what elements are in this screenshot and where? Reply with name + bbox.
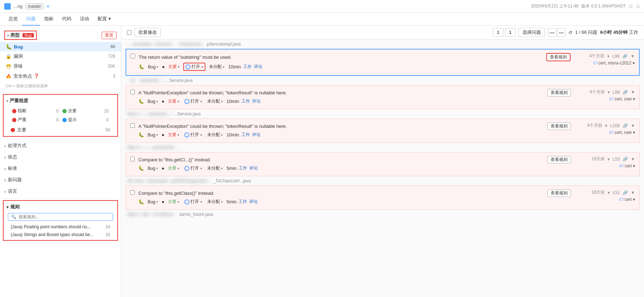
severity-dropdown-4[interactable]: 次要 ▾	[167, 165, 181, 172]
filter-item-bug[interactable]: 🐛 Bug 66	[0, 42, 121, 51]
collapsible-language[interactable]: › 语言	[0, 186, 121, 197]
filter-item-hotspot[interactable]: 🔥 安全热点 ❓ 3	[0, 71, 121, 81]
collapsible-standard[interactable]: › 标准	[0, 163, 121, 174]
severity-dropdown-2[interactable]: 主要 ▾	[167, 98, 181, 105]
assign-dropdown-2[interactable]: 未分配 ▾	[206, 98, 224, 105]
work-link-2[interactable]: 工作	[241, 98, 250, 104]
link-icon-5[interactable]: 🔗	[623, 190, 628, 195]
comment-link-3[interactable]: 评论	[252, 132, 261, 138]
filter-icon-4[interactable]: ▼	[631, 157, 635, 162]
browse-left-button[interactable]: —	[548, 28, 556, 37]
batch-modify-button[interactable]: 批量修改	[134, 28, 161, 37]
severity-blocking[interactable]: 阻断 0	[11, 107, 60, 115]
severity-critical[interactable]: 严重 0	[11, 116, 60, 124]
status-dropdown-3[interactable]: 打开 ▾	[183, 131, 204, 138]
nav-item-issues[interactable]: 问题	[22, 13, 40, 26]
issue-right-3: 4个月前 ▾ L108 🔗 ▼ 🏷 cert, cwe ▾	[571, 123, 635, 135]
tab-icon	[4, 3, 11, 10]
filter-icon-5[interactable]: ▼	[631, 190, 635, 195]
view-rule-button-1[interactable]: 查看规则	[546, 53, 571, 61]
filter-icon-3[interactable]: ▼	[631, 123, 635, 128]
filter-icon-1[interactable]: ▼	[630, 54, 635, 59]
issue-checkbox-4[interactable]	[130, 157, 135, 161]
view-rule-button-2[interactable]: 查看规则	[547, 89, 571, 97]
select-all-checkbox[interactable]	[127, 30, 132, 35]
rule-list-item-1[interactable]: (Java) Floating point numbers should no.…	[8, 223, 113, 231]
status-dropdown-2[interactable]: 打开 ▾	[183, 98, 204, 105]
link-icon-4[interactable]: 🔗	[623, 157, 628, 162]
tags-dropdown-icon-5[interactable]: ▾	[633, 197, 635, 202]
file-path-blurred-2: ...nt/ /authentic.../	[127, 78, 163, 83]
issue-checkbox-5[interactable]	[130, 190, 135, 195]
comment-link-2[interactable]: 评论	[252, 98, 261, 104]
comment-link-5[interactable]: 评论	[249, 199, 258, 205]
severity-dropdown-1[interactable]: 主要 ▾	[167, 63, 181, 70]
assign-dropdown-5[interactable]: 未分配 ▾	[206, 198, 224, 205]
nav-item-activity[interactable]: 活动	[76, 13, 93, 26]
branch-badge[interactable]: master	[25, 3, 44, 10]
work-link-1[interactable]: 工作	[243, 64, 252, 70]
filter-item-vulnerability[interactable]: 🔒 漏洞 728	[0, 51, 121, 61]
type-dropdown-3[interactable]: Bug ▾	[146, 132, 159, 138]
issue-checkbox-1[interactable]	[131, 54, 135, 58]
status-dropdown-4[interactable]: 打开 ▾	[183, 165, 204, 172]
tags-dropdown-icon-2[interactable]: ▾	[633, 97, 635, 101]
severity-grid: 阻断 0 次要 10 严重 0 提示 0	[5, 105, 116, 125]
nav-item-code[interactable]: 代码	[58, 13, 76, 26]
status-dropdown-5[interactable]: 打开 ▾	[183, 198, 204, 205]
refresh-icon[interactable]: ↺	[568, 30, 572, 35]
rule-list-item-2[interactable]: (Java) Strings and Boxed types should be…	[8, 231, 113, 239]
work-link-3[interactable]: 工作	[241, 132, 250, 138]
nav-item-overview[interactable]: 总览	[4, 13, 22, 26]
rule-search-input[interactable]	[19, 214, 110, 219]
type-dropdown-1[interactable]: Bug ▾	[147, 64, 160, 70]
add-branch-button[interactable]: +	[46, 3, 50, 10]
filter-icon-2[interactable]: ▼	[631, 90, 635, 95]
assign-dropdown-3[interactable]: 未分配 ▾	[206, 131, 224, 138]
type-dropdown-4[interactable]: Bug ▾	[146, 166, 159, 171]
view-rule-button-4[interactable]: 查看规则	[547, 156, 571, 163]
type-dropdown-2[interactable]: Bug ▾	[146, 99, 159, 104]
severity-major-row[interactable]: 主要 56	[5, 125, 116, 135]
nav-item-metrics[interactable]: 指标	[40, 13, 58, 26]
work-link-5[interactable]: 工作	[239, 199, 247, 205]
star-icon[interactable]: ☆	[628, 3, 633, 10]
type-dropdown-5[interactable]: Bug ▾	[146, 199, 159, 205]
critical-dot	[12, 118, 16, 122]
rule-search-box: 🔍	[8, 213, 113, 221]
reset-button[interactable]: 重置	[102, 32, 117, 39]
status-dropdown-1[interactable]: 打开 ▾	[183, 63, 205, 71]
severity-minor[interactable]: 次要 10	[61, 107, 111, 115]
severity-info[interactable]: 提示 0	[61, 116, 111, 124]
collapsible-new-issues[interactable]: › 新问题	[0, 174, 121, 186]
comment-link-4[interactable]: 评论	[249, 165, 258, 171]
tags-dropdown-icon-1[interactable]: ▾	[633, 61, 635, 66]
assign-dropdown-4[interactable]: 未分配 ▾	[206, 165, 224, 172]
issue-checkbox-2[interactable]	[130, 90, 135, 94]
tags-dropdown-icon-4[interactable]: ▾	[633, 163, 635, 168]
collapsible-status[interactable]: › 状态	[0, 151, 121, 163]
comment-link-1[interactable]: 评论	[254, 64, 262, 70]
link-icon-3[interactable]: 🔗	[623, 123, 628, 128]
nav-item-config[interactable]: 配置 ▾	[93, 13, 115, 26]
select-issue-button[interactable]: 选择问题	[518, 28, 545, 37]
assign-dropdown-1[interactable]: 未分配 ▾	[208, 63, 226, 70]
work-link-4[interactable]: 工作	[239, 165, 247, 171]
type-section-title-box: ▾ 类型 Bug	[4, 31, 37, 40]
view-rule-button-5[interactable]: 查看规则	[547, 189, 571, 197]
collapsible-handling[interactable]: › 处理方式	[0, 140, 121, 151]
filter-item-smell[interactable]: 😷 异味 20K	[0, 61, 121, 71]
severity-dropdown-3[interactable]: 主要 ▾	[167, 131, 181, 138]
tags-dropdown-icon-3[interactable]: ▾	[633, 130, 635, 135]
issue-checkbox-3[interactable]	[130, 123, 135, 128]
severity-dropdown-5[interactable]: 次要 ▾	[167, 198, 181, 205]
page-total-input[interactable]	[505, 28, 516, 37]
issue-date-1: 4个月前	[589, 53, 604, 59]
home-icon[interactable]: ⌂	[636, 3, 640, 10]
page-current-input[interactable]	[493, 28, 504, 37]
browse-right-button[interactable]: —	[557, 28, 566, 37]
link-icon-1[interactable]: 🔗	[622, 54, 628, 59]
time-text-2: 10min	[226, 99, 239, 104]
link-icon-2[interactable]: 🔗	[623, 90, 628, 95]
view-rule-button-3[interactable]: 查看规则	[547, 123, 571, 130]
